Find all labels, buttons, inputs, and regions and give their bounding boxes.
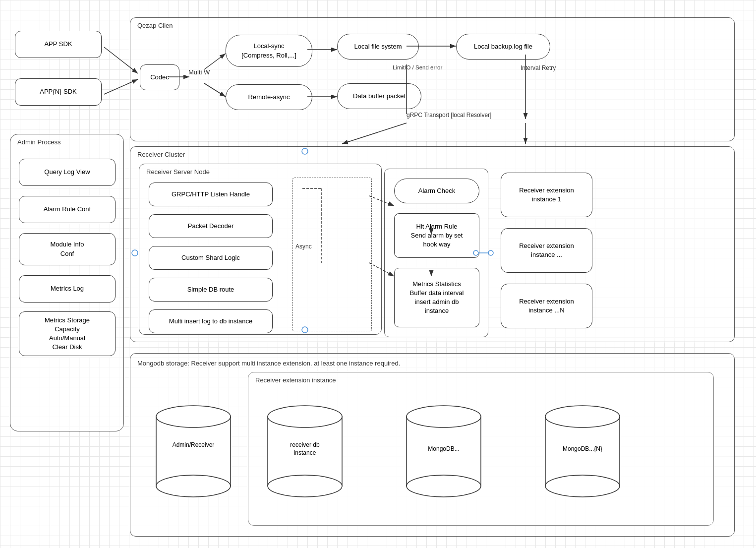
hit-alarm-rule: Hit Alarm Rule Send alarm by set hook wa… — [394, 213, 479, 258]
custom-shard-logic: Custom Shard Logic — [149, 246, 273, 270]
limit-io-label: LimitIO / Send error — [393, 64, 442, 70]
svg-point-29 — [156, 406, 231, 427]
grpc-http-listen: GRPC/HTTP Listen Handle — [149, 183, 273, 206]
grpc-transport-label: gRPC Transport [local Resolver] — [407, 112, 491, 119]
local-file-system: Local file system — [337, 34, 419, 60]
async-dashed-box — [292, 178, 372, 331]
multi-insert-log: Multi insert log to db instance — [149, 309, 273, 333]
app-n-sdk: APP{N} SDK — [15, 78, 102, 106]
svg-point-30 — [156, 475, 231, 497]
receiver-ext-instance-label: Receiver extension instance — [255, 376, 336, 384]
receiver-cluster-label: Receiver Cluster — [137, 151, 185, 158]
qezap-client-container: Qezap Clien — [130, 17, 735, 141]
metrics-statistics: Metrics Statistics Buffer data interval … — [394, 268, 479, 327]
local-backup-log: Local backup.log file — [456, 34, 550, 60]
alarm-rule-conf: Alarm Rule Conf — [19, 196, 116, 223]
metrics-storage: Metrics Storage Capacity Auto/Manual Cle… — [19, 311, 116, 356]
app-sdk: APP SDK — [15, 31, 102, 58]
cylinder-receiver-db: receiver dbinstance — [263, 392, 347, 506]
metrics-log: Metrics Log — [19, 275, 116, 303]
qezap-client-label: Qezap Clien — [137, 22, 173, 29]
remote-async: Remote-async — [226, 84, 312, 110]
module-info-conf: Module Info Conf — [19, 233, 116, 265]
data-buffer-packet: Data buffer packet — [337, 83, 421, 109]
local-sync: Local-sync [Compress, Roll,...] — [226, 35, 312, 67]
codec: Codec — [140, 64, 179, 90]
diagram: Admin Process Query Log View Alarm Rule … — [0, 0, 756, 548]
packet-decoder: Packet Decoder — [149, 214, 273, 238]
svg-point-35 — [407, 406, 481, 427]
receiver-ext-1: Receiver extension instance 1 — [501, 173, 592, 217]
query-log-view: Query Log View — [19, 159, 116, 186]
receiver-server-node-label: Receiver Server Node — [146, 168, 210, 176]
svg-point-38 — [545, 406, 620, 427]
mongodb-storage-label: Mongodb storage: Receiver support multi … — [137, 360, 400, 367]
simple-db-route: Simple DB route — [149, 278, 273, 302]
svg-point-33 — [268, 475, 342, 497]
alarm-check: Alarm Check — [394, 179, 479, 203]
svg-point-36 — [407, 475, 481, 497]
svg-point-32 — [268, 406, 342, 427]
cylinder-mongodb-n: MongoDB...{N} — [540, 392, 625, 506]
receiver-ext-2: Receiver extension instance ... — [501, 228, 592, 273]
interval-retry-label: Interval Retry — [521, 64, 556, 71]
cylinder-admin: Admin/Receiver — [151, 392, 235, 506]
svg-point-39 — [545, 475, 620, 497]
cylinder-mongodb: MongoDB... — [402, 392, 486, 506]
admin-process-label: Admin Process — [17, 138, 60, 146]
multi-w-label: Multi W — [188, 68, 210, 76]
receiver-ext-n: Receiver extension instance ...N — [501, 284, 592, 328]
